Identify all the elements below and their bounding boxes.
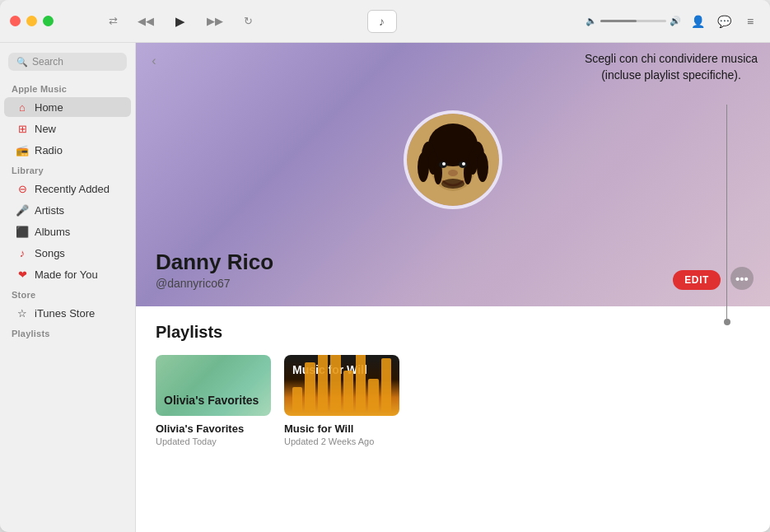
sidebar-item-radio-label: Radio xyxy=(35,144,63,156)
svg-point-15 xyxy=(462,162,465,166)
edit-button[interactable]: EDIT xyxy=(673,270,721,290)
sidebar-item-home[interactable]: ⌂ Home xyxy=(4,97,131,117)
titlebar-center: ♪ xyxy=(367,10,404,33)
bar-1 xyxy=(292,387,302,412)
search-placeholder: Search xyxy=(32,56,63,68)
profile-name-text: Danny Rico xyxy=(156,250,750,275)
titlebar: ⇄ ◀◀ ▶ ▶▶ ↻ ♪ 🔈 🔊 👤 💬 ≡ xyxy=(0,0,770,43)
sidebar-item-recently-added-label: Recently Added xyxy=(35,183,110,195)
sidebar: 🔍 Search Apple Music ⌂ Home ⊞ New 📻 Radi… xyxy=(0,43,136,532)
bar-2 xyxy=(305,362,315,412)
more-button[interactable]: ••• xyxy=(730,267,754,290)
sidebar-item-made-for-you-label: Made for You xyxy=(35,268,98,281)
close-button[interactable] xyxy=(10,16,21,26)
maximize-button[interactable] xyxy=(43,16,54,26)
will-playlist-title: Music for Will xyxy=(284,422,399,435)
section-label-apple-music: Apple Music xyxy=(0,79,135,96)
titlebar-right: 🔈 🔊 👤 💬 ≡ xyxy=(586,12,760,31)
playback-controls: ⇄ ◀◀ ▶ ▶▶ ↻ xyxy=(103,10,258,33)
playlists-section: Playlists Olivia's Favorites Olivia's Fa… xyxy=(136,306,770,432)
main-content: 🔍 Search Apple Music ⌂ Home ⊞ New 📻 Radi… xyxy=(0,43,770,532)
olivia-playlist-title: Olivia's Favorites xyxy=(156,422,271,435)
back-button[interactable]: ‹ xyxy=(144,51,164,71)
playlist-item-olivias-favorites[interactable]: Olivia's Favorites Olivia's Favorites Up… xyxy=(156,355,271,416)
bar-4 xyxy=(330,355,340,412)
user-icon-button[interactable]: 👤 xyxy=(688,12,707,31)
search-input[interactable]: 🔍 Search xyxy=(8,53,127,71)
playlists-grid: Olivia's Favorites Olivia's Favorites Up… xyxy=(156,355,750,416)
prev-button[interactable]: ◀◀ xyxy=(136,12,156,31)
profile-header: Danny Rico @dannyrico67 EDIT ••• xyxy=(136,43,770,306)
will-playlist-subtitle: Updated 2 Weeks Ago xyxy=(284,436,399,446)
app-window: ⇄ ◀◀ ▶ ▶▶ ↻ ♪ 🔈 🔊 👤 💬 ≡ xyxy=(0,0,770,532)
profile-avatar-container xyxy=(404,110,502,209)
volume-low-icon: 🔈 xyxy=(586,16,597,26)
bar-3 xyxy=(318,355,328,412)
album-icon: ⬛ xyxy=(16,225,29,238)
sidebar-item-itunes-store[interactable]: ☆ iTunes Store xyxy=(4,303,131,323)
playlists-title: Playlists xyxy=(156,323,750,342)
bar-6 xyxy=(356,355,366,412)
list-icon-button[interactable]: ≡ xyxy=(740,12,760,31)
traffic-lights xyxy=(10,16,54,26)
volume-control[interactable]: 🔈 🔊 xyxy=(586,16,681,26)
section-label-playlists: Playlists xyxy=(0,324,135,341)
sidebar-item-made-for-you[interactable]: ❤ Made for You xyxy=(4,264,131,284)
lyrics-icon-button[interactable]: 💬 xyxy=(714,12,734,31)
sidebar-item-new-label: New xyxy=(35,123,56,135)
svg-point-16 xyxy=(448,170,458,176)
section-label-library: Library xyxy=(0,161,135,178)
heart-grid-icon: ❤ xyxy=(16,268,29,281)
sidebar-item-artists[interactable]: 🎤 Artists xyxy=(4,200,131,220)
search-icon: 🔍 xyxy=(16,57,28,68)
playlist-cover-olivia: Olivia's Favorites xyxy=(156,355,271,416)
profile-name: Danny Rico @dannyrico67 xyxy=(156,250,750,290)
shuffle-button[interactable]: ⇄ xyxy=(103,12,123,31)
sidebar-item-albums[interactable]: ⬛ Albums xyxy=(4,222,131,241)
radio-icon: 📻 xyxy=(16,143,29,156)
star-icon: ☆ xyxy=(16,306,29,320)
music-note-icon: ♪ xyxy=(379,15,385,28)
grid-icon: ⊞ xyxy=(16,122,29,135)
sidebar-item-itunes-label: iTunes Store xyxy=(35,307,95,320)
sidebar-item-new[interactable]: ⊞ New xyxy=(4,119,131,138)
mic-icon: 🎤 xyxy=(16,203,29,217)
volume-high-icon: 🔊 xyxy=(670,16,681,26)
content-area: ‹ xyxy=(136,43,770,532)
svg-point-14 xyxy=(442,162,446,166)
sidebar-item-artists-label: Artists xyxy=(35,204,64,217)
next-button[interactable]: ▶▶ xyxy=(205,12,225,31)
repeat-button[interactable]: ↻ xyxy=(238,12,258,31)
playlist-cover-will: Music for Will xyxy=(284,355,399,416)
svg-point-8 xyxy=(418,152,429,182)
sidebar-item-songs[interactable]: ♪ Songs xyxy=(4,243,131,263)
section-label-store: Store xyxy=(0,285,135,302)
home-icon: ⌂ xyxy=(16,100,29,114)
note-icon: ♪ xyxy=(16,246,29,259)
svg-point-9 xyxy=(477,152,488,182)
bar-7 xyxy=(368,379,378,412)
sidebar-item-albums-label: Albums xyxy=(35,226,70,238)
bar-5 xyxy=(343,371,353,412)
minimize-button[interactable] xyxy=(26,16,37,26)
volume-fill xyxy=(600,20,637,22)
profile-handle: @dannyrico67 xyxy=(156,277,750,290)
sidebar-item-radio[interactable]: 📻 Radio xyxy=(4,140,131,160)
sidebar-item-recently-added[interactable]: ⊖ Recently Added xyxy=(4,179,131,198)
memoji xyxy=(407,114,499,206)
music-note-button[interactable]: ♪ xyxy=(367,10,397,33)
olivia-playlist-subtitle: Updated Today xyxy=(156,436,271,446)
play-button[interactable]: ▶ xyxy=(169,10,192,33)
playlist-item-music-for-will[interactable]: Music for Will xyxy=(284,355,399,416)
bar-8 xyxy=(381,358,391,412)
avatar xyxy=(404,110,502,209)
volume-slider[interactable] xyxy=(600,20,666,22)
sidebar-item-songs-label: Songs xyxy=(35,247,65,259)
will-cover-bars xyxy=(284,355,399,416)
svg-point-17 xyxy=(441,179,464,189)
sidebar-item-home-label: Home xyxy=(35,101,63,114)
clock-icon: ⊖ xyxy=(16,182,29,195)
olivia-cover-text: Olivia's Favorites xyxy=(164,394,259,408)
